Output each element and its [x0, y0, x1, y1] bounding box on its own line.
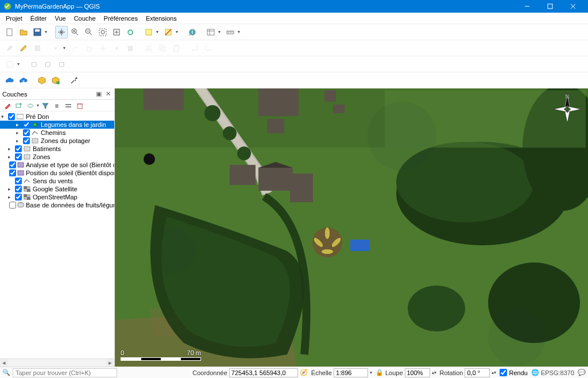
zoom-layer-button[interactable]: [110, 26, 123, 38]
expand-icon[interactable]: ▸: [8, 146, 14, 152]
expand-icon[interactable]: ▸: [8, 186, 14, 192]
panel-horizontal-scrollbar[interactable]: ◂ ▸: [0, 358, 114, 367]
map-canvas[interactable]: N 0 70 m: [115, 88, 588, 367]
deselect-button[interactable]: [162, 26, 175, 38]
zoom-in-button[interactable]: [69, 26, 82, 38]
panel-close-icon[interactable]: ✕: [104, 90, 112, 98]
layer-row[interactable]: ▸Google Satellite: [0, 185, 114, 193]
minimize-button[interactable]: [516, 0, 539, 13]
edit-pencil-button[interactable]: [17, 42, 30, 55]
layer-checkbox[interactable]: [23, 129, 30, 136]
menu-preferences[interactable]: Préférences: [100, 14, 141, 23]
layer-checkbox[interactable]: [15, 186, 22, 192]
cloud-upload-button[interactable]: [17, 74, 30, 87]
crs-value[interactable]: EPSG:8370: [541, 369, 574, 376]
new-project-button[interactable]: [3, 26, 16, 38]
layer-row[interactable]: Base de données de fruits/légumes/plante…: [0, 201, 114, 209]
svg-point-42: [56, 81, 60, 84]
layer-row[interactable]: Position du soleil (Bientôt disponible): [0, 169, 114, 177]
panel-undock-icon[interactable]: ▣: [95, 90, 103, 98]
expand-icon[interactable]: ▸: [16, 138, 22, 144]
dropdown-icon[interactable]: ▾: [37, 103, 39, 108]
tree-root-row[interactable]: ▾ Pré Don: [0, 113, 114, 121]
crs-icon[interactable]: 🌐: [531, 369, 539, 376]
loupe-value[interactable]: 100%: [405, 368, 430, 377]
layer-collapse-button[interactable]: [63, 101, 74, 111]
layer-row[interactable]: ▸Zones du potager: [0, 137, 114, 145]
layer-style-button[interactable]: [2, 101, 13, 111]
layer-expand-button[interactable]: ≡: [52, 101, 62, 111]
scroll-right-icon[interactable]: ▸: [106, 359, 114, 367]
menu-projet[interactable]: Projet: [2, 14, 26, 23]
scroll-left-icon[interactable]: ◂: [0, 359, 8, 367]
layer-add-group-button[interactable]: [14, 101, 24, 111]
select-button[interactable]: [142, 26, 155, 38]
menu-vue[interactable]: Vue: [52, 14, 69, 23]
svg-point-75: [223, 126, 237, 140]
close-button[interactable]: [562, 0, 585, 13]
layer-row[interactable]: ▸Batiments: [0, 145, 114, 153]
layers-tree[interactable]: ▾ Pré Don ▸Legumes dans le jardin▸Chemin…: [0, 111, 114, 358]
expand-icon[interactable]: ▸: [16, 130, 22, 136]
layer-checkbox[interactable]: [15, 153, 22, 160]
package-button-2[interactable]: [49, 74, 62, 87]
coord-value[interactable]: 725453,1 565943,0: [229, 368, 298, 377]
measure-button[interactable]: [224, 26, 237, 38]
layer-checkbox[interactable]: [15, 178, 22, 184]
layer-filter-button[interactable]: [40, 101, 51, 111]
spinner-icon[interactable]: ▴▾: [432, 370, 436, 375]
layer-checkbox[interactable]: [9, 169, 16, 176]
dropdown-icon[interactable]: ▾: [156, 29, 161, 34]
package-button-1[interactable]: [36, 74, 48, 87]
maximize-button[interactable]: [539, 0, 562, 13]
layer-row[interactable]: ▸Chemins: [0, 129, 114, 137]
layer-checkbox[interactable]: [15, 145, 22, 152]
dropdown-icon[interactable]: ▾: [238, 29, 242, 34]
layer-row[interactable]: Analyse et type de sol (Bientôt disponib…: [0, 161, 114, 169]
attribute-table-button[interactable]: [204, 26, 217, 38]
layer-checkbox[interactable]: [9, 161, 16, 168]
extents-icon[interactable]: 🧭: [300, 369, 308, 376]
save-project-button[interactable]: [31, 26, 44, 38]
cloud-button[interactable]: [3, 74, 16, 87]
layer-checkbox[interactable]: [15, 194, 22, 200]
rotation-value[interactable]: 0,0 °: [465, 368, 490, 377]
layer-remove-button[interactable]: [75, 101, 85, 111]
layer-row[interactable]: ▸OpenStreetMap: [0, 193, 114, 201]
expand-icon[interactable]: ▸: [8, 154, 14, 160]
messages-icon[interactable]: 💬: [578, 369, 586, 376]
dropdown-icon[interactable]: ▾: [218, 29, 223, 34]
dropdown-icon[interactable]: ▾: [370, 370, 372, 375]
expand-icon[interactable]: ▸: [8, 194, 14, 200]
spinner-icon[interactable]: ▴▾: [492, 370, 496, 375]
svg-rect-2: [548, 4, 552, 9]
render-checkbox[interactable]: [500, 369, 507, 376]
menu-extensions[interactable]: Extensions: [142, 14, 180, 23]
layer-checkbox[interactable]: [8, 113, 15, 120]
locator-input[interactable]: [13, 368, 117, 377]
zoom-out-button[interactable]: [83, 26, 95, 38]
lock-icon[interactable]: 🔒: [376, 369, 384, 376]
collapse-icon[interactable]: ▾: [1, 114, 7, 119]
svg-rect-5: [7, 29, 12, 36]
open-project-button[interactable]: [17, 26, 30, 38]
expand-icon[interactable]: ▸: [16, 122, 22, 128]
layer-checkbox[interactable]: [9, 202, 16, 209]
layer-checkbox[interactable]: [23, 137, 30, 144]
tools-button[interactable]: [68, 74, 80, 87]
dropdown-icon[interactable]: ▾: [176, 29, 180, 34]
menu-couche[interactable]: Couche: [71, 14, 99, 23]
layer-row[interactable]: ▸Legumes dans le jardin: [0, 121, 114, 129]
layer-checkbox[interactable]: [23, 121, 30, 128]
svg-point-96: [322, 249, 333, 254]
pan-button[interactable]: [55, 26, 68, 38]
scale-value[interactable]: 1:896: [334, 368, 368, 377]
layer-visibility-button[interactable]: [25, 101, 36, 111]
dropdown-icon[interactable]: ▾: [45, 29, 49, 34]
refresh-button[interactable]: [124, 26, 137, 38]
layer-row[interactable]: Sens du vents: [0, 177, 114, 185]
menu-editer[interactable]: Éditer: [27, 14, 51, 23]
zoom-full-button[interactable]: [96, 26, 109, 38]
layer-row[interactable]: ▸Zones: [0, 153, 114, 161]
identify-button[interactable]: i: [186, 26, 199, 38]
